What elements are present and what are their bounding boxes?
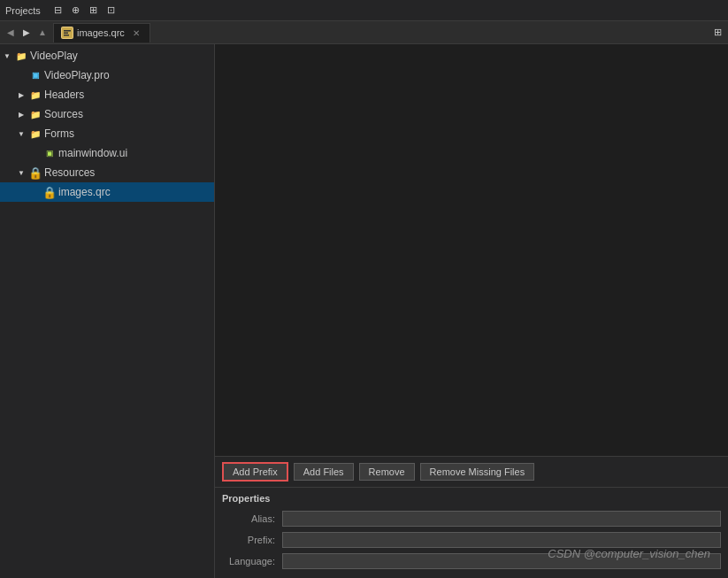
tree-label-sources: Sources <box>44 108 83 120</box>
screenshot-icon[interactable]: ⊞ <box>710 26 724 40</box>
tree-item-forms[interactable]: ▼ 📁 Forms <box>0 124 214 143</box>
expand-headers[interactable]: ▶ <box>16 89 27 100</box>
filter-icon[interactable]: ⊟ <box>51 4 65 18</box>
up-arrow[interactable]: ▲ <box>35 26 50 40</box>
content-area: Add Prefix Add Files Remove Remove Missi… <box>215 44 728 578</box>
tree-label-videoplay: VideoPlay <box>30 50 78 62</box>
folder-headers-icon: 📁 <box>28 88 42 102</box>
tree-item-videoplay[interactable]: ▼ 📁 VideoPlay <box>0 46 214 66</box>
alias-row: Alias: <box>222 509 721 528</box>
tab-bar: ◀ ▶ ▲ images.qrc ✕ ⊞ <box>0 21 728 44</box>
tree-item-headers[interactable]: ▶ 📁 Headers <box>0 85 214 104</box>
nav-arrows: ◀ ▶ ▲ <box>4 26 50 40</box>
remove-missing-files-button[interactable]: Remove Missing Files <box>420 463 535 481</box>
alias-label: Alias: <box>222 513 275 524</box>
watermark: CSDN @computer_vision_chen <box>548 547 710 560</box>
folder-videoplay-icon: 📁 <box>14 49 28 63</box>
tree-item-sources[interactable]: ▶ 📁 Sources <box>0 104 214 124</box>
tab-qrc-icon <box>61 27 73 39</box>
prefix-input[interactable] <box>282 532 721 548</box>
project-tree: ▼ 📁 VideoPlay ▶ ▣ VideoPlay.pro ▶ 📁 Head… <box>0 44 214 578</box>
expand-resources[interactable]: ▼ <box>16 167 27 178</box>
tree-label-forms: Forms <box>44 127 74 140</box>
tree-label-mainwindow-ui: mainwindow.ui <box>58 147 127 159</box>
tree-label-videoplay-pro: VideoPlay.pro <box>44 69 110 81</box>
add-icon[interactable]: ⊞ <box>87 4 101 18</box>
projects-title: Projects <box>5 5 41 16</box>
file-qrc-icon: 🔒 <box>42 185 57 199</box>
file-pro-icon: ▣ <box>28 68 42 82</box>
expand-icon[interactable]: ⊡ <box>104 4 119 18</box>
properties-panel: Properties Alias: Prefix: Language: <box>215 487 728 578</box>
add-prefix-button[interactable]: Add Prefix <box>222 462 288 482</box>
top-bar: Projects ⊟ ⊕ ⊞ ⊡ <box>0 0 728 21</box>
link-icon[interactable]: ⊕ <box>69 4 83 18</box>
forward-arrow[interactable]: ▶ <box>19 26 34 40</box>
expand-sources[interactable]: ▶ <box>16 109 27 119</box>
bottom-toolbar: Add Prefix Add Files Remove Remove Missi… <box>215 456 728 487</box>
tree-item-resources[interactable]: ▼ 🔒 Resources <box>0 163 214 182</box>
tab-label: images.qrc <box>77 27 125 38</box>
folder-resources-icon: 🔒 <box>28 166 42 180</box>
tab-close-button[interactable]: ✕ <box>130 27 142 39</box>
alias-input[interactable] <box>282 511 721 527</box>
prefix-label: Prefix: <box>222 535 275 545</box>
top-bar-icons: ⊟ ⊕ ⊞ ⊡ <box>51 4 119 18</box>
svg-rect-1 <box>64 30 71 32</box>
expand-forms[interactable]: ▼ <box>16 128 27 139</box>
tree-item-mainwindow-ui[interactable]: ▶ ▣ mainwindow.ui <box>0 143 214 163</box>
expand-videoplay[interactable]: ▼ <box>2 50 12 61</box>
sidebar: ▼ 📁 VideoPlay ▶ ▣ VideoPlay.pro ▶ 📁 Head… <box>0 44 215 578</box>
folder-forms-icon: 📁 <box>28 127 42 141</box>
tree-label-headers: Headers <box>44 89 84 101</box>
add-files-button[interactable]: Add Files <box>294 463 354 481</box>
tree-item-images-qrc[interactable]: ▶ 🔒 images.qrc <box>0 182 214 202</box>
tab-images-qrc[interactable]: images.qrc ✕ <box>53 23 150 42</box>
back-arrow[interactable]: ◀ <box>4 26 18 40</box>
svg-rect-2 <box>64 33 68 35</box>
tree-item-videoplay-pro[interactable]: ▶ ▣ VideoPlay.pro <box>0 66 214 85</box>
language-label: Language: <box>222 556 275 566</box>
properties-title: Properties <box>222 493 721 504</box>
remove-button[interactable]: Remove <box>359 463 415 481</box>
tab-bar-actions: ⊞ <box>710 26 724 40</box>
file-ui-icon: ▣ <box>42 146 57 160</box>
svg-rect-3 <box>64 35 69 36</box>
tree-label-resources: Resources <box>44 166 95 179</box>
tree-label-images-qrc: images.qrc <box>58 186 111 198</box>
folder-sources-icon: 📁 <box>28 107 42 121</box>
main-layout: ▼ 📁 VideoPlay ▶ ▣ VideoPlay.pro ▶ 📁 Head… <box>0 44 728 578</box>
editor-area <box>215 44 728 456</box>
